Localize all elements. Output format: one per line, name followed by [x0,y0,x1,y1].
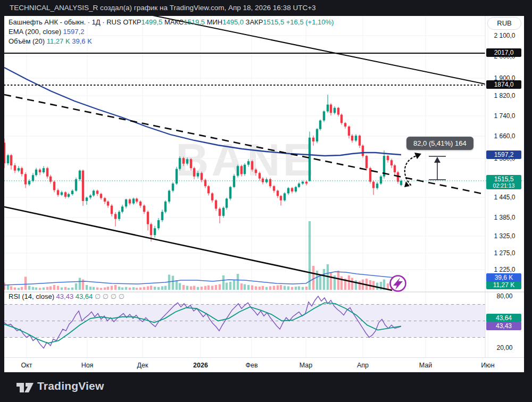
price-chart-canvas[interactable]: BANE [4,16,524,372]
time-tick-Окт: Окт [21,362,32,369]
ema-legend-part: 1597,2 [63,28,85,36]
symbol-legend-part: Башнефть АНК - обыкн. · 1Д · RUS [9,18,121,26]
price-tick: 80,00 [485,292,524,300]
symbol-watermark: BANE [176,134,316,185]
attribution-header: TECHNICAL_ANALYSIS_R создал(а) график на… [10,4,526,14]
rsi-legend-part: 43,43 [56,292,74,300]
symbol-legend-part: ЗАКР [244,18,263,26]
volume-legend-row[interactable]: Объём (20) 11,27 K 39,6 K [9,37,334,46]
price-tick: 1 385,0 [485,214,524,221]
price-tick: 1 225,0 [485,266,524,273]
rsi-legend-part: ∅ ∅ ∅ ∅ [93,292,124,300]
price-tick: 1 275,0 [485,249,524,257]
level-1874-label: 1874,0 [486,80,521,89]
snapshot-frame: TECHNICAL_ANALYSIS_R создал(а) график на… [0,0,532,402]
brand-name[interactable]: TradingView [37,380,104,392]
price-tick: 1 820,0 [485,92,524,99]
time-tick-Фев: Фев [245,362,257,369]
ema-legend-row[interactable]: EMA (200, close) 1597,2 [9,27,334,37]
legend-block: Башнефть АНК - обыкн. · 1Д · RUS ОТКР149… [9,18,334,46]
rsi-legend-row[interactable]: RSI (14, close) 43,43 43,64 ∅ ∅ ∅ ∅ [9,292,124,300]
symbol-legend-part: МАКС [162,18,184,26]
ema-legend-part: EMA (200, close) [9,28,63,36]
symbol-legend-part: МИН [205,18,222,26]
symbol-legend-row[interactable]: Башнефть АНК - обыкн. · 1Д · RUS ОТКР149… [9,18,334,27]
volume-legend-part: 39,6 K [70,37,92,45]
symbol-legend-part: ОТКР [121,18,142,26]
last-price-label: 1515,502:21:13 [486,175,521,189]
volume-ma-label: 39,6 K [486,273,521,282]
time-tick-Мар: Мар [300,362,312,369]
price-tick: 1 740,0 [485,112,524,120]
rsi-legend-part: RSI (14, close) [9,292,56,300]
price-tick: 2 100,0 [485,32,524,39]
time-tick-Июн: Июн [481,362,494,369]
measure-tooltip: 82,0 (5,41%) 164 [406,137,473,150]
price-range-tool[interactable] [429,156,446,180]
symbol-legend-part: 1499,5 [142,18,163,26]
time-tick-Апр: Апр [357,362,369,369]
svg-text:BANE: BANE [176,134,316,185]
time-tick-Май: Май [419,362,433,369]
footer-bar: TradingView [0,372,532,402]
measure-tooltip-text: 82,0 (5,41%) 164 [413,139,467,147]
rsi-legend-part: 43,64 [73,292,93,300]
flash-event-icon[interactable] [390,276,406,291]
level-2017-label: 2017,0 [486,48,521,57]
rsi-value-label: 43,43 [486,322,521,330]
symbol-legend-part: 1495,0 [222,18,244,26]
symbol-legend-part: +16,5 (+1,10%) [284,18,334,26]
time-tick-Ноя: Ноя [81,362,94,369]
price-tick: 1 660,0 [485,132,524,140]
time-tick-Дек: Дек [137,362,148,369]
price-tick: 20,00 [485,344,524,351]
support-trendline [4,207,392,290]
time-tick-2026: 2026 [193,362,208,369]
attribution-text: TECHNICAL_ANALYSIS_R создал(а) график на… [10,4,316,12]
ema-value-label: 1597,2 [486,150,521,159]
symbol-legend-part: 1519,5 [184,18,205,26]
volume-value-label: 11,27 K [486,281,521,289]
rsi-ma-label: 43,64 [486,314,521,322]
price-axis[interactable]: 2 100,02 000,01 900,01 820,01 740,01 660… [485,16,524,357]
dotted-curved-arrow[interactable] [404,153,421,187]
volume-legend-part: Объём (20) [9,37,47,45]
tradingview-logo-icon[interactable] [16,380,34,395]
price-tick: 1 325,0 [485,232,524,240]
symbol-legend-part: 1515,5 [263,18,284,26]
time-axis[interactable]: ОктНояДек2026ФевМарАпрМайИюн [4,357,524,372]
volume-legend-part: 11,27 K [47,37,70,45]
price-tick: 1 445,0 [485,194,524,201]
